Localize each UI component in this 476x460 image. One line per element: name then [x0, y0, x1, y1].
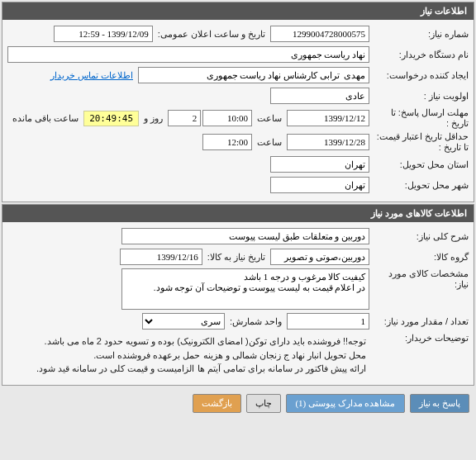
row-group: گروه کالا: تاریخ نیاز به کالا: [7, 248, 469, 266]
row-delivery-province: استان محل تحویل: [7, 155, 469, 173]
delivery-province-label: استان محل تحویل: [369, 159, 469, 170]
goods-info-body: شرح کلی نیاز: گروه کالا: تاریخ نیاز به ک… [2, 222, 474, 385]
need-date-label: تاریخ نیاز به کالا: [202, 252, 270, 263]
hour-label-2: ساعت [252, 137, 287, 148]
respond-button[interactable]: پاسخ به نیاز [410, 394, 470, 413]
attachments-button[interactable]: مشاهده مدارک پیوستی (1) [286, 394, 404, 413]
need-number-label: شماره نیاز: [369, 29, 469, 40]
price-valid-date-input[interactable] [287, 134, 369, 150]
unit-label: واحد شمارش: [225, 316, 287, 327]
row-spec: مشخصات کالای مورد نیاز: کیفیت کالا مرغوب… [7, 268, 469, 310]
price-valid-time-input[interactable] [202, 134, 252, 150]
need-number-input[interactable] [270, 26, 369, 42]
row-main-desc: شرح کلی نیاز: [7, 227, 469, 245]
need-info-panel: اطلاعات نیاز شماره نیاز: تاریخ و ساعت اع… [2, 2, 474, 202]
group-input[interactable] [270, 249, 369, 265]
priority-label: اولویت نیاز : [369, 91, 469, 102]
need-date-input[interactable] [120, 249, 202, 265]
delivery-province-input[interactable] [270, 156, 369, 173]
row-buyer-org: نام دستگاه خریدار: [7, 45, 469, 64]
row-price-valid: حداقل تاریخ اعتبار قیمت: تا تاریخ : ساعت [7, 131, 469, 153]
group-label: گروه کالا: [369, 252, 469, 263]
deadline-date-input[interactable] [287, 110, 369, 126]
goods-info-header: اطلاعات کالاهای مورد نیاز [2, 205, 474, 222]
requester-label: ایجاد کننده درخواست: [369, 70, 469, 81]
row-qty: تعداد / مقدار مورد نیاز: واحد شمارش: سری [7, 312, 469, 330]
goods-info-panel: اطلاعات کالاهای مورد نیاز شرح کلی نیاز: … [2, 204, 474, 386]
delivery-city-label: شهر محل تحویل: [369, 180, 469, 191]
deadline-label: مهلت ارسال پاسخ: تا تاریخ : [369, 107, 469, 129]
unit-select[interactable]: سری [142, 313, 225, 330]
row-requester: ایجاد کننده درخواست: اطلاعات تماس خریدار [7, 66, 469, 84]
buyer-notes-label: توضیحات خریدار: [369, 333, 469, 344]
announce-input[interactable] [54, 26, 153, 42]
buyer-notes-text: توجه!! فروشنده باید دارای توکن( امضای ال… [7, 333, 369, 377]
announce-label: تاریخ و ساعت اعلان عمومی: [153, 29, 270, 40]
need-info-header: اطلاعات نیاز [2, 2, 474, 20]
countdown-timer: 20:49:45 [83, 111, 139, 126]
buyer-org-label: نام دستگاه خریدار: [369, 50, 469, 60]
requester-input[interactable] [138, 67, 369, 83]
spec-label: مشخصات کالای مورد نیاز: [369, 268, 469, 290]
button-bar: پاسخ به نیاز مشاهده مدارک پیوستی (1) چاپ… [0, 387, 476, 420]
remain-label: ساعت باقی مانده [7, 113, 83, 124]
qty-label: تعداد / مقدار مورد نیاز: [369, 316, 469, 327]
days-label: روز و [139, 113, 168, 124]
need-info-body: شماره نیاز: تاریخ و ساعت اعلان عمومی: نا… [2, 20, 474, 202]
main-desc-input[interactable] [121, 228, 369, 244]
spec-textarea[interactable]: کیفیت کالا مرغوب و درجه 1 باشد در اعلام … [121, 268, 369, 310]
main-desc-label: شرح کلی نیاز: [369, 231, 469, 242]
buyer-org-input[interactable] [7, 46, 369, 63]
delivery-city-input[interactable] [270, 177, 369, 193]
days-remain-input [168, 110, 201, 126]
qty-input[interactable] [287, 313, 369, 330]
row-buyer-notes: توضیحات خریدار: توجه!! فروشنده باید دارا… [7, 333, 469, 377]
row-priority: اولویت نیاز : [7, 87, 469, 105]
hour-label-1: ساعت [252, 113, 287, 124]
row-deadline: مهلت ارسال پاسخ: تا تاریخ : ساعت روز و 2… [7, 107, 469, 129]
print-button[interactable]: چاپ [246, 394, 281, 413]
priority-input[interactable] [270, 88, 369, 104]
contact-link[interactable]: اطلاعات تماس خریدار [50, 70, 133, 81]
deadline-time-input[interactable] [202, 110, 252, 126]
price-valid-label: حداقل تاریخ اعتبار قیمت: تا تاریخ : [369, 131, 469, 153]
row-delivery-city: شهر محل تحویل: [7, 176, 469, 194]
back-button[interactable]: بازگشت [193, 394, 241, 413]
row-need-number: شماره نیاز: تاریخ و ساعت اعلان عمومی: [7, 25, 469, 43]
